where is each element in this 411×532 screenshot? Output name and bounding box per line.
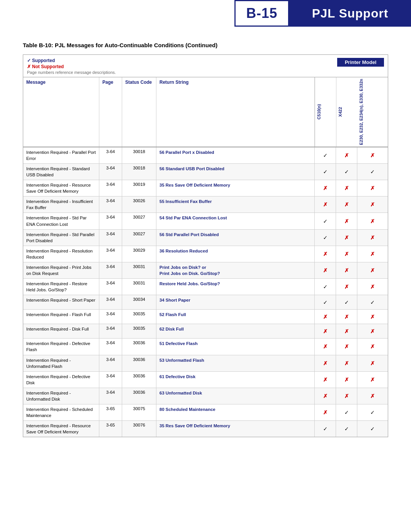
- cell-page: 3-64: [99, 164, 122, 180]
- cell-page: 3-64: [99, 262, 122, 278]
- cell-return-string: Restore Held Jobs. Go/Stop?: [156, 279, 315, 295]
- cell-status-code: 30036: [122, 339, 156, 355]
- cell-status-code: 30018: [122, 147, 156, 163]
- table-row: Intervention Required - Std Parallel Por…: [23, 230, 388, 246]
- cell-return-string: 51 Defective Flash: [156, 339, 315, 355]
- not-supported-label: ✗ Not Supported: [27, 64, 116, 69]
- cell-e230: ✓: [357, 421, 388, 437]
- table-row: Intervention Required - Std Par ENA Conn…: [23, 213, 388, 229]
- cell-return-string: 61 Defective Disk: [156, 372, 315, 388]
- cell-x422: ✓: [336, 404, 357, 420]
- cell-e230: ✗: [357, 388, 388, 404]
- cell-e230: ✗: [357, 147, 388, 163]
- cell-e230: ✗: [357, 246, 388, 262]
- cell-c510n: ✗: [315, 404, 336, 420]
- cell-status-code: 30034: [122, 295, 156, 309]
- cell-c510n: ✓: [315, 421, 336, 437]
- col-header-x422: X422: [336, 77, 357, 147]
- page-code: B-15: [234, 0, 289, 27]
- cell-page: 3-64: [99, 230, 122, 246]
- cell-page: 3-64: [99, 246, 122, 262]
- cell-e230: ✗: [357, 180, 388, 196]
- cell-page: 3-64: [99, 197, 122, 212]
- cell-message: Intervention Required - Print Jobs on Di…: [23, 262, 99, 278]
- cell-message: Intervention Required - Unformatted Flas…: [23, 355, 99, 371]
- cell-message: Intervention Required - Std Par ENA Conn…: [23, 213, 99, 229]
- cell-x422: ✓: [336, 295, 357, 309]
- cell-status-code: 30036: [122, 355, 156, 371]
- cell-c510n: ✗: [315, 197, 336, 212]
- table-row: Intervention Required - Resolution Reduc…: [23, 246, 388, 262]
- cell-return-string: 34 Short Paper: [156, 295, 315, 309]
- cell-page: 3-65: [99, 421, 122, 437]
- cell-c510n: ✓: [315, 147, 336, 163]
- cell-return-string: Print Jobs on Disk? or Print Jobs on Dis…: [156, 262, 315, 278]
- cell-message: Intervention Required - Flash Full: [23, 310, 99, 324]
- cell-message: Intervention Required - Resolution Reduc…: [23, 246, 99, 262]
- cell-page: 3-64: [99, 213, 122, 229]
- cell-c510n: ✗: [315, 246, 336, 262]
- cell-x422: ✗: [336, 339, 357, 355]
- cell-message: Intervention Required - Insufficient Fax…: [23, 197, 99, 212]
- cell-c510n: ✓: [315, 295, 336, 309]
- cell-message: Intervention Required - Defective Disk: [23, 372, 99, 388]
- table-row: Intervention Required - Insufficient Fax…: [23, 197, 388, 213]
- table-row: Intervention Required - Defective Disk 3…: [23, 372, 388, 388]
- cell-message: Intervention Required - Defective Flash: [23, 339, 99, 355]
- cell-status-code: 30029: [122, 246, 156, 262]
- cell-status-code: 30035: [122, 310, 156, 324]
- table-row: Intervention Required - Print Jobs on Di…: [23, 262, 388, 279]
- cell-status-code: 30018: [122, 164, 156, 180]
- cell-return-string: 35 Res Save Off Deficient Memory: [156, 180, 315, 196]
- table-row: Intervention Required - Flash Full 3-64 …: [23, 310, 388, 324]
- cell-c510n: ✓: [315, 230, 336, 246]
- cell-status-code: 30031: [122, 262, 156, 278]
- cell-x422: ✗: [336, 279, 357, 295]
- cell-c510n: ✗: [315, 372, 336, 388]
- cell-c510n: ✗: [315, 388, 336, 404]
- cell-page: 3-64: [99, 279, 122, 295]
- cell-x422: ✗: [336, 324, 357, 338]
- cell-c510n: ✓: [315, 164, 336, 180]
- cell-return-string: 55 Insufficient Fax Buffer: [156, 197, 315, 212]
- cell-x422: ✗: [336, 230, 357, 246]
- cell-page: 3-65: [99, 404, 122, 420]
- cell-status-code: 30035: [122, 324, 156, 338]
- cell-x422: ✗: [336, 262, 357, 278]
- col-header-e230: E230, E232, E234(n), E330, E332n: [357, 77, 388, 147]
- cell-x422: ✗: [336, 147, 357, 163]
- cell-return-string: 56 Parallel Port x Disabled: [156, 147, 315, 163]
- cell-status-code: 30026: [122, 197, 156, 212]
- table-row: Intervention Required - Short Paper 3-64…: [23, 295, 388, 310]
- cell-x422: ✗: [336, 180, 357, 196]
- cell-e230: ✓: [357, 295, 388, 309]
- col-header-status-code: Status Code: [122, 77, 156, 147]
- cell-x422: ✓: [336, 164, 357, 180]
- cell-x422: ✗: [336, 197, 357, 212]
- header: B-15 PJL Support: [0, 0, 411, 27]
- cell-return-string: 56 Std Parallel Port Disabled: [156, 230, 315, 246]
- cell-c510n: ✗: [315, 262, 336, 278]
- cell-e230: ✗: [357, 197, 388, 212]
- cell-page: 3-64: [99, 355, 122, 371]
- cell-status-code: 30027: [122, 213, 156, 229]
- cell-e230: ✗: [357, 230, 388, 246]
- cell-page: 3-64: [99, 388, 122, 404]
- cell-x422: ✗: [336, 213, 357, 229]
- cell-message: Intervention Required - Standard USB Dis…: [23, 164, 99, 180]
- cell-c510n: ✓: [315, 213, 336, 229]
- cell-e230: ✗: [357, 324, 388, 338]
- cell-message: Intervention Required - Unformatted Disk: [23, 388, 99, 404]
- legend-note: Page numbers reference message descripti…: [27, 70, 116, 75]
- page-title: PJL Support: [289, 0, 411, 27]
- cell-c510n: ✗: [315, 310, 336, 324]
- cell-message: Intervention Required - Disk Full: [23, 324, 99, 338]
- cell-x422: ✗: [336, 310, 357, 324]
- cell-c510n: ✗: [315, 339, 336, 355]
- col-header-message: Message: [23, 77, 99, 147]
- table-body: Intervention Required - Parallel Port Er…: [23, 147, 388, 437]
- cell-return-string: 52 Flash Full: [156, 310, 315, 324]
- cell-status-code: 30027: [122, 230, 156, 246]
- column-headers: Message Page Status Code Return String C…: [23, 77, 388, 147]
- cell-status-code: 30075: [122, 404, 156, 420]
